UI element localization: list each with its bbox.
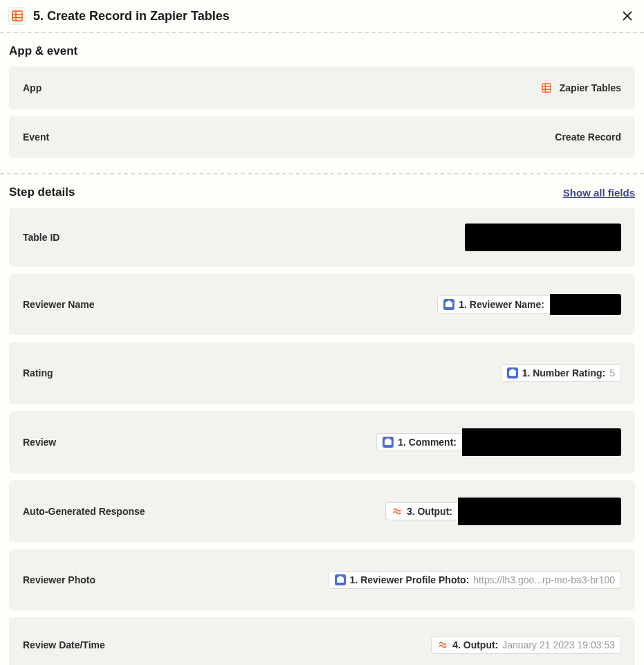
mapped-field-pill[interactable]: 1. Number Rating: 5 [501, 364, 621, 382]
svg-rect-6 [542, 84, 551, 92]
redacted-value [458, 498, 621, 525]
mapped-field-pill[interactable]: 3. Output: [385, 502, 458, 520]
svg-rect-10 [445, 302, 452, 307]
pill-label: 1. Reviewer Name: [459, 299, 544, 310]
pill-value: January 21 2023 19:03:53 [502, 639, 615, 650]
field-reviewer-photo[interactable]: Reviewer Photo 1. Reviewer Profile Photo… [9, 549, 635, 610]
field-event[interactable]: Event Create Record [9, 116, 635, 158]
google-business-icon [443, 299, 454, 310]
mapped-field-pill[interactable]: 4. Output: January 21 2023 19:03:53 [431, 636, 621, 654]
show-all-fields-link[interactable]: Show all fields [563, 187, 635, 199]
pill-label: 1. Number Rating: [522, 367, 606, 379]
formatter-icon [437, 639, 448, 650]
field-value: 3. Output: [385, 498, 621, 525]
field-label: Review Date/Time [23, 639, 105, 650]
app-event-section: App & event App Zapier Tables Event Crea… [0, 33, 644, 173]
field-value: Zapier Tables [539, 80, 621, 95]
field-label: Rating [23, 367, 53, 379]
field-reviewer-name[interactable]: Reviewer Name 1. Reviewer Name: [9, 274, 635, 335]
pill-label: 3. Output: [407, 506, 452, 517]
pill-label: 1. Reviewer Profile Photo: [350, 574, 470, 585]
field-label: Reviewer Name [23, 299, 95, 310]
field-rating[interactable]: Rating 1. Number Rating: 5 [9, 342, 635, 404]
field-table-id[interactable]: Table ID [9, 208, 635, 267]
field-label: Reviewer Photo [23, 574, 95, 585]
zapier-tables-icon [8, 7, 26, 25]
svg-rect-0 [12, 11, 22, 21]
mapped-field-pill[interactable]: 1. Reviewer Profile Photo: https://lh3.g… [329, 571, 621, 589]
field-label: Auto-Generated Response [23, 506, 145, 517]
field-value: 1. Reviewer Name: [437, 294, 621, 315]
google-business-icon [507, 367, 518, 379]
google-business-icon [383, 437, 394, 448]
field-review-datetime[interactable]: Review Date/Time 4. Output: January 21 2… [9, 617, 635, 665]
field-auto-response[interactable]: Auto-Generated Response 3. Output: [9, 480, 635, 543]
redacted-value [550, 294, 621, 315]
pill-label: 4. Output: [452, 639, 498, 650]
redacted-value [465, 224, 621, 251]
field-label: Table ID [23, 232, 59, 243]
step-details-section: Step details Show all fields Table ID Re… [0, 174, 644, 665]
zapier-tables-icon [539, 80, 554, 95]
section-title-app-event: App & event [9, 44, 77, 58]
field-label: App [23, 82, 42, 93]
svg-rect-12 [385, 440, 392, 445]
svg-rect-11 [509, 371, 516, 376]
svg-rect-13 [337, 578, 344, 583]
field-label: Event [23, 131, 49, 143]
pill-value: 5 [609, 367, 615, 379]
pill-value: https://lh3.goo...rp-mo-ba3-br100 [473, 574, 615, 585]
pill-label: 1. Comment: [398, 437, 457, 448]
mapped-field-pill[interactable]: 1. Comment: [376, 433, 462, 451]
section-title-step-details: Step details [9, 185, 75, 199]
step-title: 5. Create Record in Zapier Tables [33, 9, 612, 24]
google-business-icon [335, 574, 346, 585]
field-review[interactable]: Review 1. Comment: [9, 411, 635, 473]
mapped-field-pill[interactable]: 1. Reviewer Name: [437, 295, 550, 313]
field-app[interactable]: App Zapier Tables [9, 66, 635, 109]
close-button[interactable] [619, 8, 636, 24]
field-value: 1. Comment: [376, 428, 621, 456]
app-value-text: Zapier Tables [560, 82, 621, 93]
step-header: 5. Create Record in Zapier Tables [0, 0, 644, 32]
close-icon [622, 10, 633, 21]
field-label: Review [23, 437, 56, 448]
formatter-icon [392, 506, 403, 517]
field-value: Create Record [555, 131, 621, 143]
redacted-value [462, 428, 621, 456]
